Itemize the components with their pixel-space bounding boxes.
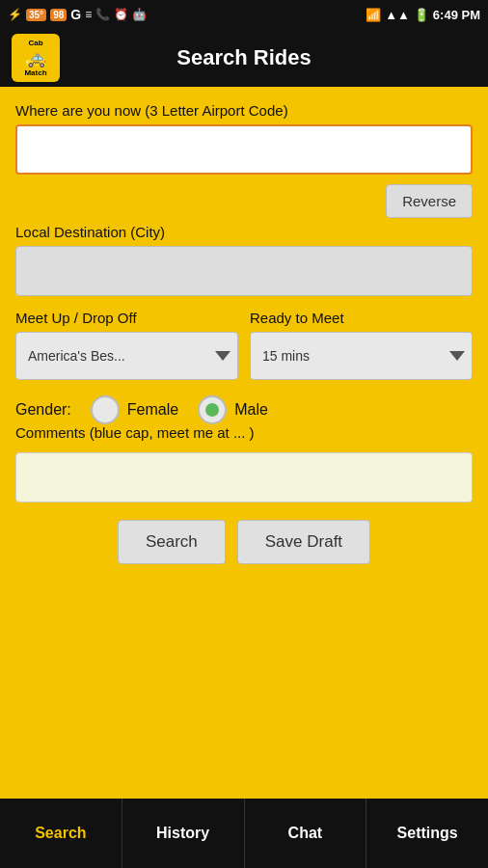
action-buttons-row: Search Save Draft xyxy=(15,520,473,564)
meetup-dropdown[interactable]: America's Bes... Option 2 xyxy=(15,332,238,380)
gender-label: Gender: xyxy=(15,401,71,419)
status-right-icons: 📶 ▲▲ 🔋 6:49 PM xyxy=(366,8,480,22)
airport-field-group: Where are you now (3 Letter Airport Code… xyxy=(15,102,473,175)
temp-badge: 35° xyxy=(26,9,46,21)
nav-item-chat[interactable]: Chat xyxy=(245,799,367,868)
female-label: Female xyxy=(127,401,178,419)
meetup-field-group: Meet Up / Drop Off America's Bes... Opti… xyxy=(15,310,238,380)
male-option[interactable]: Male xyxy=(198,395,268,424)
ready-dropdown-wrapper: 15 mins 30 mins 1 hour xyxy=(250,332,473,380)
usb-icon: ⚡ xyxy=(8,8,22,21)
battery-icon: 🔋 xyxy=(414,8,429,22)
main-content: Where are you now (3 Letter Airport Code… xyxy=(0,87,488,799)
nav-item-settings[interactable]: Settings xyxy=(366,799,488,868)
phone-icon: 📞 xyxy=(95,8,110,21)
destination-field-group: Local Destination (City) xyxy=(15,224,473,296)
g-icon: G xyxy=(70,7,81,22)
meetup-label: Meet Up / Drop Off xyxy=(15,310,238,326)
reverse-button[interactable]: Reverse xyxy=(386,184,473,218)
logo-match-text: Match xyxy=(24,68,46,77)
status-bar: ⚡ 35° 98 G ≡ 📞 ⏰ 🤖 📶 ▲▲ 🔋 6:49 PM xyxy=(0,0,488,29)
logo-cab-text: Cab xyxy=(28,39,42,47)
reverse-row: Reverse xyxy=(15,184,473,218)
comments-label: Comments (blue cap, meet me at ... ) xyxy=(15,424,473,441)
ready-field-group: Ready to Meet 15 mins 30 mins 1 hour xyxy=(250,310,473,380)
search-button[interactable]: Search xyxy=(118,520,226,564)
app-header: Cab 🚕 Match Search Rides xyxy=(0,29,488,87)
nav-item-search[interactable]: Search xyxy=(0,799,122,868)
male-radio-inner xyxy=(205,403,219,417)
ready-dropdown[interactable]: 15 mins 30 mins 1 hour xyxy=(250,332,473,380)
nav-chat-label: Chat xyxy=(288,825,323,842)
nav-settings-label: Settings xyxy=(397,825,458,842)
count-badge: 98 xyxy=(50,9,67,21)
airport-input[interactable] xyxy=(15,124,473,175)
male-label: Male xyxy=(234,401,268,419)
ready-label: Ready to Meet xyxy=(250,310,473,326)
gender-row: Gender: Female Male xyxy=(15,395,473,424)
time-display: 6:49 PM xyxy=(433,8,480,22)
wifi-icon: 📶 xyxy=(366,8,381,22)
page-title: Search Rides xyxy=(176,45,311,70)
nav-item-history[interactable]: History xyxy=(122,799,245,868)
logo-taxi-emoji: 🚕 xyxy=(25,47,46,68)
robot-icon: 🤖 xyxy=(132,8,147,21)
nav-search-label: Search xyxy=(35,825,86,842)
save-draft-button[interactable]: Save Draft xyxy=(237,520,370,564)
app-logo: Cab 🚕 Match xyxy=(12,34,60,82)
nav-history-label: History xyxy=(156,825,209,842)
destination-input[interactable] xyxy=(15,246,473,296)
airport-label: Where are you now (3 Letter Airport Code… xyxy=(15,102,473,119)
bottom-nav: Search History Chat Settings xyxy=(0,799,488,868)
female-radio[interactable] xyxy=(91,395,120,424)
female-option[interactable]: Female xyxy=(91,395,178,424)
alarm-icon: ⏰ xyxy=(114,8,128,21)
comments-input[interactable] xyxy=(15,452,473,502)
destination-label: Local Destination (City) xyxy=(15,224,473,240)
meetup-dropdown-wrapper: America's Bes... Option 2 xyxy=(15,332,238,380)
signal-icon: ▲▲ xyxy=(385,8,410,22)
menu-icon: ≡ xyxy=(85,8,92,21)
status-left-icons: ⚡ 35° 98 G ≡ 📞 ⏰ 🤖 xyxy=(8,7,147,22)
male-radio[interactable] xyxy=(198,395,227,424)
dropdowns-row: Meet Up / Drop Off America's Bes... Opti… xyxy=(15,310,473,380)
comments-field-group: Comments (blue cap, meet me at ... ) xyxy=(15,424,473,502)
